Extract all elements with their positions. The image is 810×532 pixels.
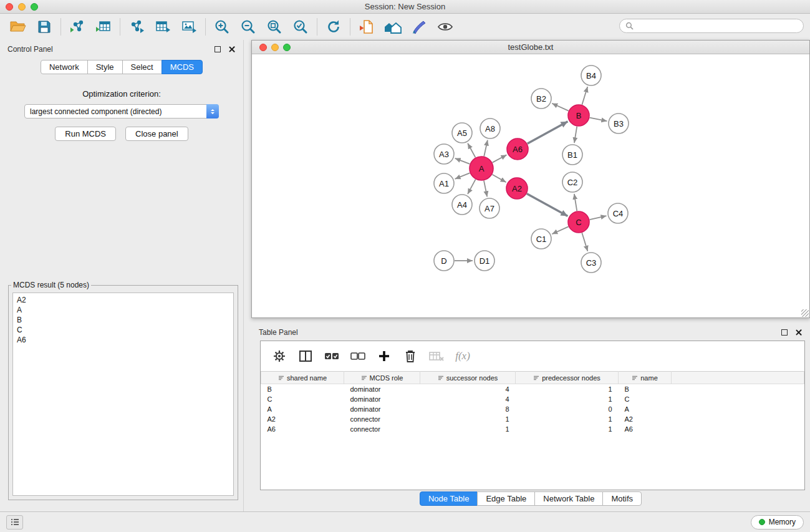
search-input[interactable]: [637, 22, 798, 31]
show-hide-details-button[interactable]: [432, 16, 458, 38]
node-C[interactable]: C: [568, 211, 589, 233]
table-row[interactable]: A6connector11A6: [261, 424, 804, 434]
float-table-panel-icon[interactable]: [781, 329, 788, 336]
node-D[interactable]: D: [434, 251, 454, 271]
edge-A-A5[interactable]: [468, 143, 475, 158]
column-header-shared-name[interactable]: shared name: [261, 372, 344, 384]
close-window-icon[interactable]: [6, 3, 13, 11]
network-close-icon[interactable]: [259, 44, 267, 51]
tab-style[interactable]: Style: [87, 60, 123, 74]
select-all-button[interactable]: [321, 346, 343, 367]
node-B[interactable]: B: [568, 105, 589, 126]
edge-A-A4[interactable]: [468, 180, 476, 195]
zoom-in-button[interactable]: [209, 16, 235, 38]
delete-table-button[interactable]: [425, 346, 448, 367]
mcds-result-list[interactable]: A2ABCA6: [12, 293, 234, 496]
edge-B-B2[interactable]: [552, 104, 568, 111]
node-A4[interactable]: A4: [452, 195, 472, 215]
edge-A-A1[interactable]: [455, 173, 470, 179]
save-session-button[interactable]: [31, 16, 57, 38]
resize-grip[interactable]: [801, 309, 809, 317]
apply-layout-button[interactable]: [321, 16, 347, 38]
tab-node-table[interactable]: Node Table: [420, 491, 478, 506]
criterion-dropdown[interactable]: largest connected component (directed): [24, 104, 219, 118]
column-header-name[interactable]: name: [619, 372, 672, 384]
zoom-out-button[interactable]: [235, 16, 261, 38]
zoom-window-icon[interactable]: [31, 3, 38, 11]
network-canvas[interactable]: B4B2BB3A8A5A6A3B1AC2A1A2A4A7C4CC1DD1C3: [252, 54, 809, 317]
zoom-fit-button[interactable]: [261, 16, 287, 38]
result-item[interactable]: A: [17, 305, 229, 315]
close-table-panel-icon[interactable]: [795, 329, 803, 336]
close-panel-button[interactable]: Close panel: [125, 127, 188, 141]
edge-A-A2[interactable]: [492, 175, 506, 182]
tab-network[interactable]: Network: [41, 60, 88, 74]
node-B3[interactable]: B3: [609, 114, 629, 133]
node-B4[interactable]: B4: [581, 65, 601, 85]
edge-B-B4[interactable]: [582, 87, 587, 105]
export-image-button[interactable]: [176, 16, 202, 38]
result-item[interactable]: C: [17, 325, 229, 335]
edge-A-A7[interactable]: [484, 181, 487, 197]
edge-A-A6[interactable]: [493, 155, 507, 162]
edge-C-C2[interactable]: [574, 194, 577, 211]
result-item[interactable]: B: [17, 315, 229, 325]
network-canvas-svg[interactable]: B4B2BB3A8A5A6A3B1AC2A1A2A4A7C4CC1DD1C3: [252, 54, 809, 317]
edge-C-C3[interactable]: [582, 233, 587, 251]
edge-B-B3[interactable]: [590, 118, 607, 122]
float-panel-icon[interactable]: [215, 46, 221, 52]
function-builder-button[interactable]: f(x): [451, 346, 474, 367]
node-A6[interactable]: A6: [507, 138, 528, 160]
delete-column-button[interactable]: [399, 346, 422, 367]
node-A[interactable]: A: [470, 157, 493, 180]
node-A7[interactable]: A7: [480, 198, 499, 218]
result-item[interactable]: A2: [17, 295, 229, 305]
column-header-mcds-role[interactable]: MCDS role: [344, 372, 420, 384]
network-minimize-icon[interactable]: [271, 44, 279, 51]
edge-A2-C[interactable]: [527, 194, 568, 216]
memory-button[interactable]: Memory: [751, 515, 804, 530]
column-header-predecessor-nodes[interactable]: predecessor nodes: [516, 372, 619, 384]
result-item[interactable]: A6: [17, 335, 229, 345]
minimize-window-icon[interactable]: [18, 3, 26, 11]
style-brush-button[interactable]: [406, 16, 432, 38]
tab-network-table[interactable]: Network Table: [534, 491, 603, 506]
open-session-button[interactable]: [5, 16, 31, 38]
node-C4[interactable]: C4: [608, 203, 628, 223]
import-network-button[interactable]: [64, 16, 90, 38]
run-mcds-button[interactable]: Run MCDS: [55, 127, 116, 141]
close-panel-icon[interactable]: [228, 46, 236, 53]
task-history-button[interactable]: [6, 515, 23, 530]
node-A1[interactable]: A1: [434, 173, 454, 193]
edge-A-A3[interactable]: [455, 158, 470, 164]
node-C1[interactable]: C1: [531, 229, 551, 249]
deselect-all-button[interactable]: [347, 346, 369, 367]
tab-mcds[interactable]: MCDS: [162, 60, 203, 74]
export-table-button[interactable]: [150, 16, 176, 38]
edge-A-A8[interactable]: [484, 140, 488, 157]
table-row[interactable]: Adominator80A: [261, 404, 804, 414]
node-B1[interactable]: B1: [562, 145, 582, 165]
open-recent-file-button[interactable]: [354, 16, 380, 38]
tab-motifs[interactable]: Motifs: [602, 491, 642, 506]
node-A3[interactable]: A3: [434, 144, 454, 164]
edge-C-C4[interactable]: [590, 216, 607, 220]
export-network-button[interactable]: [123, 16, 150, 38]
edge-C-C1[interactable]: [552, 226, 568, 234]
add-column-button[interactable]: [373, 346, 395, 367]
zoom-selected-button[interactable]: [287, 16, 314, 38]
table-row[interactable]: Bdominator41B: [261, 384, 804, 394]
table-row[interactable]: A2connector11A2: [261, 414, 804, 424]
node-A8[interactable]: A8: [480, 118, 500, 138]
tab-select[interactable]: Select: [122, 60, 162, 74]
node-D1[interactable]: D1: [475, 251, 494, 271]
table-row[interactable]: Cdominator41C: [261, 394, 804, 404]
show-columns-button[interactable]: [294, 346, 317, 367]
edge-A6-B[interactable]: [528, 122, 568, 144]
edge-B-B1[interactable]: [574, 127, 577, 143]
node-A2[interactable]: A2: [506, 178, 528, 199]
import-table-button[interactable]: [90, 16, 117, 38]
tab-edge-table[interactable]: Edge Table: [477, 491, 535, 506]
table-settings-button[interactable]: [268, 346, 291, 367]
network-zoom-icon[interactable]: [283, 44, 291, 51]
